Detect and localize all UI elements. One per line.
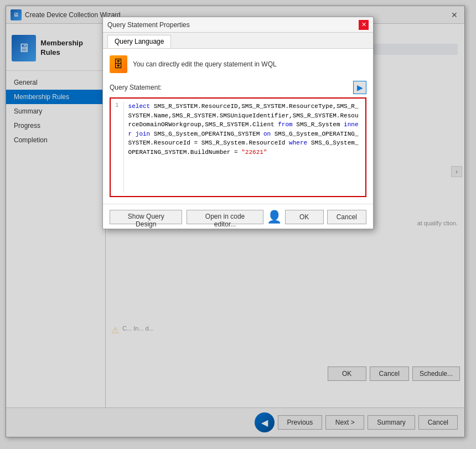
line-numbers: 1 [115,102,124,193]
dialog-left-buttons: Show Query Design Open in code editor... [110,210,263,224]
dialog-close-button[interactable]: ✕ [359,20,369,30]
info-row: 🗄 You can directly edit the query statem… [110,55,366,73]
info-text: You can directly edit the query statemen… [133,60,277,68]
dialog-titlebar: Query Statement Properties ✕ [103,17,373,33]
dialog-window: Query Statement Properties ✕ Query Langu… [102,17,374,229]
dialog-buttons-row: Show Query Design Open in code editor...… [103,204,373,229]
info-db-icon: 🗄 [110,55,127,73]
dialog-overlay: Query Statement Properties ✕ Query Langu… [0,0,476,449]
query-editor[interactable]: 1 select SMS_R_SYSTEM.ResourceID,SMS_R_S… [110,97,366,197]
open-code-editor-button[interactable]: Open in code editor... [187,210,263,224]
query-code[interactable]: select SMS_R_SYSTEM.ResourceID,SMS_R_SYS… [128,102,361,193]
person-icon: 👤 [267,210,282,224]
dialog-tabs: Query Language [103,33,373,49]
show-query-design-button[interactable]: Show Query Design [110,210,182,224]
query-statement-header: Query Statement: ▶ [110,81,366,94]
dialog-cancel-button[interactable]: Cancel [327,210,366,224]
query-statement-label-text: Query Statement: [110,84,162,91]
dialog-title: Query Statement Properties [107,21,190,29]
run-query-button[interactable]: ▶ [353,81,366,94]
dialog-ok-button[interactable]: OK [285,210,324,224]
tab-query-language[interactable]: Query Language [107,35,171,48]
dialog-body: 🗄 You can directly edit the query statem… [103,49,373,204]
dialog-right-area: 👤 OK Cancel [267,210,366,224]
